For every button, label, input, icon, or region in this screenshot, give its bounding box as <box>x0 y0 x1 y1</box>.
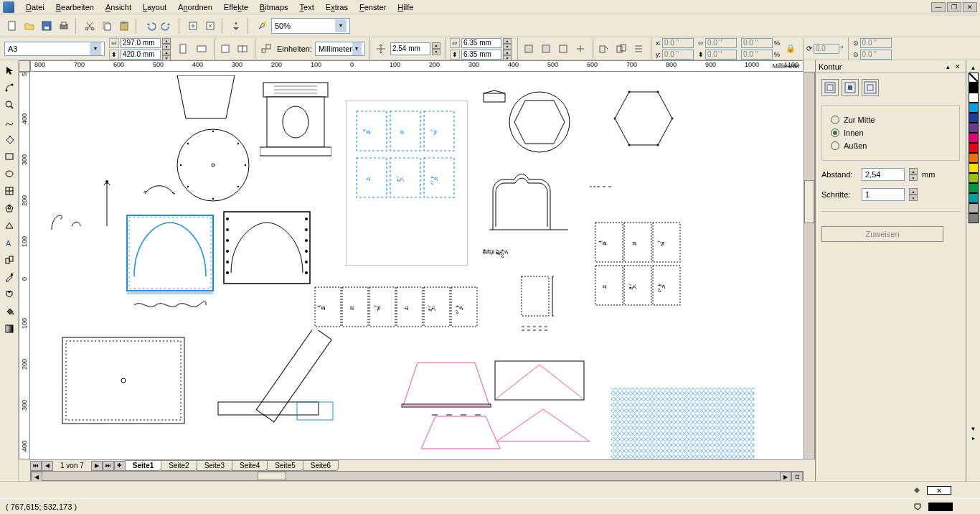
apply-button[interactable]: Zuweisen <box>821 226 943 242</box>
blend-tool[interactable] <box>1 252 17 268</box>
ellipse-tool[interactable] <box>1 166 17 182</box>
print-button[interactable] <box>56 18 72 34</box>
basicshapes-tool[interactable] <box>1 218 17 233</box>
page-next-button[interactable]: ▶ <box>91 461 103 471</box>
color-swatch[interactable] <box>969 83 979 93</box>
trapezoid-pink-2[interactable] <box>418 413 504 452</box>
shape-tool[interactable] <box>1 80 17 95</box>
menu-extras[interactable]: Extras <box>320 1 354 13</box>
page1-button[interactable] <box>217 41 233 57</box>
page-tab-1[interactable]: Seite1 <box>125 460 161 471</box>
undo-button[interactable] <box>142 18 158 34</box>
color-swatch[interactable] <box>969 173 979 183</box>
spinner[interactable]: ▲▼ <box>162 50 171 60</box>
zoom-select[interactable]: 50% ▾ <box>271 18 350 34</box>
menu-effects[interactable]: Effekte <box>218 1 254 13</box>
portrait-button[interactable] <box>175 41 191 57</box>
landscape-button[interactable] <box>194 41 209 57</box>
units-select[interactable]: Millimeter▾ <box>315 42 365 56</box>
dup-y-input[interactable]: 6.35 mm <box>461 50 501 60</box>
single-stamps[interactable] <box>518 273 554 337</box>
page-first-button[interactable]: ⏮ <box>30 461 42 471</box>
outline-indicator-icon[interactable] <box>913 502 923 512</box>
trapezoid-shape[interactable] <box>170 75 242 126</box>
color-swatch[interactable] <box>969 143 979 153</box>
outline-black-swatch[interactable] <box>928 503 953 511</box>
options2-button[interactable] <box>631 41 646 57</box>
fill-tool[interactable] <box>1 304 17 319</box>
ruler-origin[interactable] <box>19 60 30 72</box>
stamp-row[interactable]: ཨོཾམཎི པདྨེཧཱུྃ <box>314 284 479 334</box>
color-swatch[interactable] <box>969 183 979 193</box>
export-button[interactable] <box>202 18 218 34</box>
text-tool[interactable]: A <box>1 235 17 251</box>
page-tab-4[interactable]: Seite4 <box>232 460 268 471</box>
contour-inside-icon[interactable] <box>842 79 859 96</box>
vertical-scrollbar[interactable] <box>804 72 815 459</box>
palette-flyout-button[interactable]: ▸ <box>972 435 975 441</box>
scroll-thumb[interactable] <box>258 472 286 480</box>
pick-tool[interactable] <box>1 62 17 78</box>
hexagon-dotted[interactable] <box>611 86 676 151</box>
color-swatch[interactable] <box>969 163 979 173</box>
spinner[interactable]: ▲▼ <box>432 42 440 55</box>
menu-arrange[interactable]: Anordnen <box>172 1 218 13</box>
app-launcher-button[interactable] <box>228 18 244 34</box>
no-fill-swatch[interactable] <box>969 73 979 83</box>
color-swatch[interactable] <box>969 203 979 213</box>
ruler-horizontal[interactable]: 8007006005004003002001000100200300400500… <box>30 60 804 72</box>
color-swatch[interactable] <box>969 123 979 133</box>
outline-tool[interactable] <box>1 286 17 302</box>
open-button[interactable] <box>22 18 37 34</box>
palette-down-button[interactable]: ▼ <box>971 426 976 432</box>
ornate-frame-black[interactable] <box>220 205 314 287</box>
nudge-input[interactable]: 2,54 mm <box>390 42 430 55</box>
contour-center-icon[interactable] <box>821 79 839 96</box>
eyedropper-tool[interactable] <box>1 269 17 285</box>
spinner[interactable]: ▲▼ <box>909 188 918 201</box>
prayer-wheel-shape[interactable] <box>260 79 331 158</box>
page-with-stamps[interactable]: ཨོཾམཎི པདྨེཧཱུྃ <box>346 101 468 266</box>
dotted-circle[interactable] <box>174 126 253 205</box>
color-swatch[interactable] <box>969 133 979 143</box>
palette-up-button[interactable]: ▲ <box>971 65 976 71</box>
small-symbol-2[interactable] <box>70 215 84 230</box>
menu-window[interactable]: Fenster <box>354 1 392 13</box>
trapezoid-pink-1[interactable] <box>400 355 493 413</box>
small-box[interactable] <box>482 90 507 104</box>
page-height-input[interactable]: 420.0 mm <box>121 50 161 60</box>
page2-button[interactable] <box>235 41 250 57</box>
options-button[interactable] <box>254 18 270 34</box>
snap4-button[interactable] <box>573 41 588 57</box>
navigator-button[interactable]: ⊡ <box>791 472 803 481</box>
spinner[interactable]: ▲▼ <box>162 38 171 48</box>
radio-center[interactable]: Zur Mitte <box>831 116 956 124</box>
docker-close-button[interactable]: ✕ <box>953 62 963 72</box>
docker-expand-button[interactable]: ▴ <box>943 62 953 72</box>
treat2-button[interactable] <box>613 41 629 57</box>
horizontal-scrollbar[interactable]: ◀ ▶ ⊡ <box>30 471 804 481</box>
page-tab-5[interactable]: Seite5 <box>267 460 303 471</box>
rectangle-tool[interactable] <box>1 149 17 164</box>
triangle-pink-2[interactable] <box>493 406 593 445</box>
graph-tool[interactable] <box>1 183 17 199</box>
page-add-button[interactable]: ✚ <box>114 461 126 471</box>
dotted-square[interactable] <box>59 334 188 427</box>
freehand-tool[interactable] <box>1 114 17 130</box>
menu-file[interactable]: Datei <box>20 1 50 13</box>
scroll-symbol[interactable] <box>141 179 177 197</box>
docker-titlebar[interactable]: Kontur ▴ ✕ <box>816 60 966 73</box>
snap2-button[interactable] <box>538 41 554 57</box>
page-tab-2[interactable]: Seite2 <box>161 460 197 471</box>
fill-indicator-icon[interactable] <box>911 485 921 495</box>
save-button[interactable] <box>39 18 55 34</box>
scroll-left-button[interactable]: ◀ <box>31 472 42 481</box>
color-swatch[interactable] <box>969 153 979 163</box>
menu-view[interactable]: Ansicht <box>100 1 137 13</box>
fill-none-swatch[interactable] <box>927 486 951 495</box>
snap3-button[interactable] <box>555 41 571 57</box>
steps-input[interactable]: 1 <box>862 188 905 201</box>
blue-mesh[interactable] <box>611 388 755 459</box>
color-swatch[interactable] <box>969 93 979 103</box>
color-swatch[interactable] <box>969 213 979 223</box>
